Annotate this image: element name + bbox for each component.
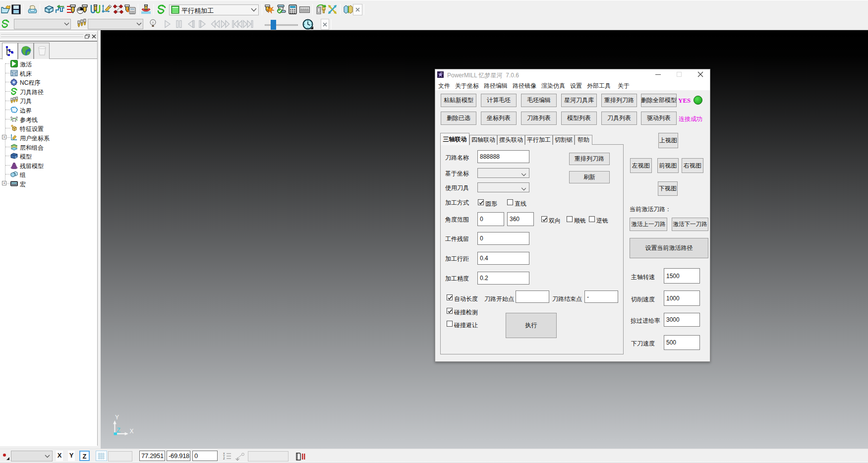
svg-text:Z: Z <box>117 427 120 434</box>
svg-text:Y: Y <box>115 414 119 421</box>
svg-text:X: X <box>130 428 134 435</box>
svg-text:Z: Z <box>223 457 225 461</box>
